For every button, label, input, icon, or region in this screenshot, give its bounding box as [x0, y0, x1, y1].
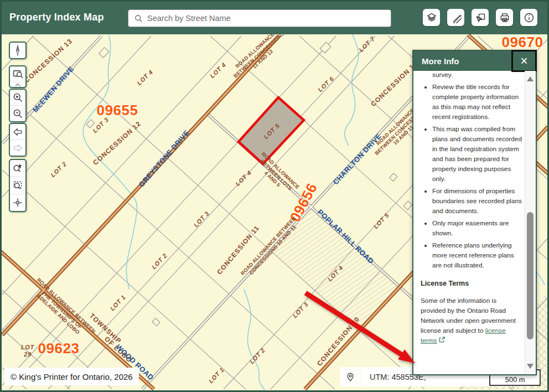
zoom-to-area-button[interactable]	[10, 66, 25, 81]
panel-bullet: Review the title records for complete pr…	[432, 82, 522, 122]
clipped-text-line: survey.	[432, 71, 522, 80]
zoom-out-icon	[12, 108, 23, 119]
external-link-icon	[439, 337, 445, 343]
toolbar-group-zoom	[9, 89, 27, 122]
printer-icon	[499, 12, 510, 23]
previous-extent-button[interactable]	[10, 124, 25, 140]
identify-button[interactable]	[10, 160, 25, 177]
panel-bullet-list: Review the title records for complete pr…	[421, 82, 522, 270]
toolbar-group-select	[9, 159, 27, 212]
app-header: Property Index Map	[0, 0, 549, 34]
locate-coordinates-button[interactable]	[340, 367, 360, 386]
toolbar-group-extent	[9, 123, 27, 157]
toolbar-group-zoomarea	[9, 65, 27, 88]
scrollbar-thumb[interactable]	[527, 212, 534, 339]
search-icon	[134, 14, 143, 23]
license-terms-paragraph: Some of the information is provided by t…	[421, 296, 522, 345]
panel-bullet: Only major easements are shown.	[432, 218, 522, 238]
page-title: Property Index Map	[9, 0, 104, 34]
measure-button[interactable]	[447, 9, 464, 26]
panel-scrollbar	[525, 71, 536, 374]
layers-icon	[426, 12, 437, 23]
street-search[interactable]	[128, 9, 391, 27]
license-terms-heading: License Terms	[421, 278, 522, 288]
info-button[interactable]	[520, 9, 537, 26]
chevron-up-icon	[14, 82, 21, 87]
crosshair-icon	[12, 197, 23, 208]
scroll-down-arrow[interactable]	[527, 364, 534, 369]
panel-bullet: For dimensions of properties boundaries …	[432, 186, 522, 216]
next-extent-button[interactable]	[10, 140, 25, 156]
panel-bullet: Reference plans underlying more recent r…	[432, 240, 522, 270]
more-info-panel: More Info × survey. Review the title rec…	[412, 50, 537, 375]
collapse-zoom-tools-button[interactable]	[10, 81, 25, 87]
compass-needle-icon	[13, 44, 23, 57]
layers-button[interactable]	[423, 9, 440, 26]
copyright-notice: © King's Printer for Ontario, 2026	[4, 368, 139, 385]
toolbar-group-north	[9, 42, 27, 59]
zoom-area-icon	[12, 68, 24, 80]
arrow-left-icon	[12, 126, 23, 137]
info-icon	[524, 12, 535, 23]
close-panel-button[interactable]: ×	[511, 50, 537, 72]
zoom-to-selection-button[interactable]	[10, 177, 25, 194]
ruler-icon	[450, 12, 462, 23]
close-icon: ×	[520, 55, 527, 68]
arrow-right-icon	[12, 142, 23, 153]
magnifier-box-icon	[12, 180, 23, 191]
search-input[interactable]	[146, 13, 391, 23]
scroll-up-arrow[interactable]	[527, 76, 534, 81]
app-window: CONCESSION 13McEWEN DRIVE09655LOT 4LOT 3…	[0, 0, 549, 392]
header-toolbar	[423, 9, 537, 26]
panel-title: More Info	[422, 56, 459, 66]
orient-north-button[interactable]	[10, 43, 25, 58]
panel-bullet: This map was compiled from plans and doc…	[432, 124, 522, 184]
location-pin-icon	[345, 372, 355, 383]
select-area-button[interactable]	[472, 9, 489, 26]
center-location-button[interactable]	[10, 194, 25, 211]
zoom-in-icon	[12, 92, 23, 103]
cursor-select-icon	[475, 12, 486, 23]
print-button[interactable]	[496, 9, 513, 26]
zoom-in-button[interactable]	[10, 90, 25, 105]
magnifier-cursor-icon	[12, 163, 23, 174]
panel-body: survey. Review the title records for com…	[413, 71, 525, 374]
zoom-out-button[interactable]	[10, 105, 25, 121]
